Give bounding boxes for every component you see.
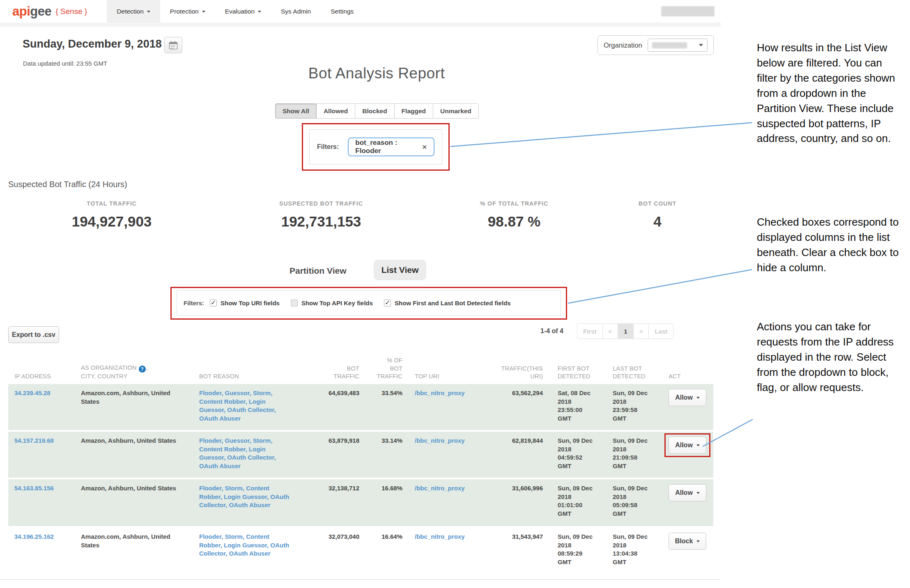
table-header: IP ADDRESS AS ORGANIZATION?, CITY, COUNT…	[8, 345, 713, 383]
top-navbar: apigee { Sense } Detection Protection Ev…	[0, 0, 721, 23]
status-tab-group: Show All Allowed Blocked Flagged Unmarke…	[275, 103, 479, 119]
apigee-logo[interactable]: apigee	[12, 4, 51, 19]
as-organization-cell: Amazon, Ashburn, United States	[81, 484, 190, 493]
bot-reason-links[interactable]: Flooder, Storm, Content Robber, Login Gu…	[199, 533, 292, 558]
ip-address-link[interactable]: 54.157.219.68	[14, 437, 76, 445]
nav-item-evaluation[interactable]: Evaluation	[215, 0, 271, 23]
report-date: Sunday, December 9, 2018	[23, 38, 162, 50]
navbar-divider	[0, 24, 721, 27]
checkbox-show-top-api-key-fields[interactable]	[291, 300, 298, 307]
stat-label: TOTAL TRAFFIC	[25, 200, 198, 207]
stat-suspected-bot-traffic: SUSPECTED BOT TRAFFIC 192,731,153	[235, 200, 407, 230]
nav-item-settings[interactable]: Settings	[321, 0, 363, 23]
as-organization-cell: Amazon.com, Ashburn, United States	[81, 533, 190, 549]
stat-label: SUSPECTED BOT TRAFFIC	[235, 200, 407, 207]
user-account-redacted[interactable]	[661, 6, 715, 16]
last-bot-detected-cell: Sun, 09 Dec 2018 13:04:38 GMT	[613, 533, 650, 567]
tab-list-view[interactable]: List View	[374, 260, 426, 280]
pagination-prev-button[interactable]: <	[602, 323, 618, 339]
nav-item-label: Detection	[117, 8, 143, 15]
checkbox-show-first-last-bot-detected-fields[interactable]	[384, 300, 391, 307]
calendar-icon	[169, 41, 178, 50]
top-uri-link[interactable]: /bbc_nitro_proxy	[415, 437, 489, 445]
tab-allowed[interactable]: Allowed	[316, 103, 355, 119]
content-bottom-divider	[0, 579, 721, 580]
traffic-this-uri-cell: 31,606,996	[485, 484, 543, 493]
tab-flagged[interactable]: Flagged	[394, 103, 433, 119]
column-header-top-uri: TOP URI	[415, 373, 489, 381]
traffic-this-uri-cell: 63,562,294	[485, 389, 543, 398]
column-header-act: ACT	[669, 373, 708, 381]
pagination-last-button[interactable]: Last	[648, 323, 673, 339]
stat-value: 192,731,153	[235, 213, 407, 230]
action-label: Allow	[675, 442, 693, 449]
pct-bot-traffic-cell: 16.68%	[372, 484, 402, 493]
column-header-text: ,	[146, 364, 148, 371]
as-organization-cell: Amazon.com, Ashburn, United States	[81, 389, 190, 406]
remove-filter-icon[interactable]: ×	[422, 142, 427, 152]
chevron-down-icon	[258, 11, 261, 13]
action-dropdown-block[interactable]: Block	[669, 533, 706, 550]
table-row: 54.157.219.68 Amazon, Ashburn, United St…	[8, 432, 713, 478]
annotation-actions-note: Actions you can take for requests from t…	[757, 319, 901, 395]
column-header-bot-traffic: BOT TRAFFIC	[331, 365, 359, 381]
filters-label: Filters:	[184, 300, 204, 307]
organization-dropdown[interactable]	[648, 39, 708, 52]
bot-traffic-cell: 32,138,712	[287, 484, 359, 493]
action-label: Block	[675, 538, 693, 545]
bot-reason-links[interactable]: Flooder, Storm, Content Robber, Login Gu…	[199, 484, 292, 510]
top-uri-link[interactable]: /bbc_nitro_proxy	[415, 389, 489, 398]
nav-menu: Detection Protection Evaluation Sys Admi…	[107, 0, 363, 23]
chevron-down-icon	[147, 11, 150, 13]
action-dropdown-allow[interactable]: Allow	[669, 437, 706, 454]
column-header-ip-address: IP ADDRESS	[14, 373, 76, 381]
last-bot-detected-cell: Sun, 09 Dec 2018 23:59:58 GMT	[613, 389, 650, 423]
stat-total-traffic: TOTAL TRAFFIC 194,927,903	[25, 200, 198, 230]
nav-item-label: Sys Admin	[281, 8, 311, 15]
pagination-range: 1-4 of 4	[509, 327, 563, 335]
chevron-down-icon	[696, 540, 700, 542]
top-uri-link[interactable]: /bbc_nitro_proxy	[415, 484, 489, 493]
pagination-next-button[interactable]: >	[633, 323, 649, 339]
ip-address-link[interactable]: 34.196.25.162	[14, 533, 76, 541]
bot-reason-links[interactable]: Flooder, Guessor, Storm, Content Robber,…	[199, 437, 292, 471]
tab-partition-view[interactable]: Partition View	[290, 266, 346, 276]
ip-address-link[interactable]: 54.163.85.156	[14, 484, 76, 493]
nav-item-detection[interactable]: Detection	[107, 0, 160, 23]
annotation-checkboxes-note: Checked boxes correspond to displayed co…	[757, 215, 901, 275]
filter-chip-bot-reason-flooder[interactable]: bot_reason : Flooder ×	[348, 137, 434, 156]
nav-item-label: Evaluation	[225, 8, 255, 15]
logo-gee-text: gee	[30, 4, 51, 18]
column-filter-bar: Filters: Show Top URI fields Show Top AP…	[177, 290, 561, 316]
export-csv-button[interactable]: Export to .csv	[8, 326, 59, 343]
checkbox-show-top-uri-fields[interactable]	[210, 300, 217, 307]
help-icon[interactable]: ?	[139, 366, 146, 373]
last-bot-detected-cell: Sun, 09 Dec 2018 05:09:58 GMT	[613, 484, 650, 518]
filter-chip-text: bot_reason : Flooder	[355, 139, 415, 155]
chevron-down-icon	[696, 492, 700, 494]
pagination-controls: First < 1 > Last	[577, 323, 673, 339]
action-dropdown-allow[interactable]: Allow	[669, 389, 706, 406]
first-bot-detected-cell: Sun, 09 Dec 2018 01:01:00 GMT	[558, 484, 595, 518]
table-row: 54.163.85.156 Amazon, Ashburn, United St…	[8, 479, 713, 526]
tab-unmarked[interactable]: Unmarked	[433, 103, 479, 119]
table-row: 34.239.45.28 Amazon.com, Ashburn, United…	[8, 384, 713, 430]
logo-api-text: api	[12, 4, 30, 18]
nav-item-protection[interactable]: Protection	[160, 0, 215, 23]
date-picker-button[interactable]	[164, 37, 182, 53]
column-header-first-bot-detected: FIRST BOT DETECTED	[558, 365, 595, 381]
column-header-last-bot-detected: LAST BOT DETECTED	[613, 365, 650, 381]
column-header-bot-reason: BOT REASON	[199, 373, 294, 381]
tab-show-all[interactable]: Show All	[275, 103, 317, 119]
stat-label: BOT COUNT	[571, 200, 744, 207]
stat-value: 194,927,903	[25, 213, 198, 230]
tab-blocked[interactable]: Blocked	[355, 103, 394, 119]
action-dropdown-allow[interactable]: Allow	[669, 484, 706, 501]
top-uri-link[interactable]: /bbc_nitro_proxy	[415, 533, 489, 541]
bot-reason-links[interactable]: Flooder, Guessor, Storm, Content Robber,…	[199, 389, 292, 423]
pagination-page-1[interactable]: 1	[618, 323, 633, 339]
organization-value-redacted	[652, 42, 687, 48]
pagination-first-button[interactable]: First	[577, 323, 603, 339]
ip-address-link[interactable]: 34.239.45.28	[14, 389, 76, 398]
nav-item-sys-admin[interactable]: Sys Admin	[271, 0, 321, 23]
